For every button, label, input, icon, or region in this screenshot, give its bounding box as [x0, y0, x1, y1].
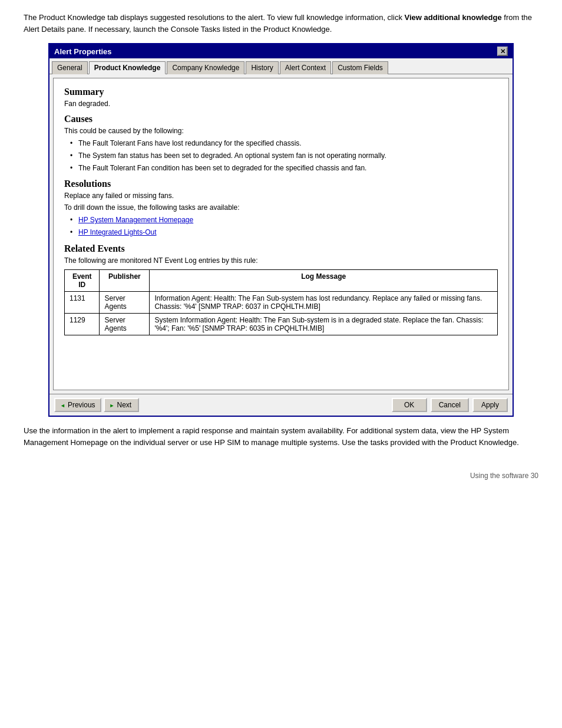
- publisher-2: Server Agents: [100, 313, 150, 335]
- resolution-link-1[interactable]: HP System Management Homepage: [70, 215, 498, 225]
- related-events-table: Event ID Publisher Log Message 1131 Serv…: [64, 269, 498, 335]
- intro-bold: View additional knowledge: [405, 13, 502, 22]
- resolution-link-2[interactable]: HP Integrated Lights-Out: [70, 228, 498, 238]
- col-event-id: Event ID: [65, 269, 100, 291]
- intro-paragraph: The Product Knowledge tab displays sugge…: [24, 12, 538, 35]
- next-label: Next: [117, 401, 132, 409]
- resolutions-text2: To drill down the issue, the following t…: [64, 203, 498, 212]
- summary-heading: Summary: [64, 87, 498, 97]
- log-message-2: System Information Agent: Health: The Fa…: [150, 313, 498, 335]
- footer-nav-buttons: Previous Next: [54, 398, 389, 412]
- tab-custom-fields[interactable]: Custom Fields: [332, 61, 388, 74]
- page-footer: Using the software 30: [24, 472, 538, 480]
- table-header-row: Event ID Publisher Log Message: [65, 269, 498, 291]
- dialog-content-area[interactable]: Summary Fan degraded. Causes This could …: [53, 78, 509, 390]
- tab-history[interactable]: History: [246, 61, 278, 74]
- resolutions-text1: Replace any failed or missing fans.: [64, 192, 498, 200]
- tab-general[interactable]: General: [52, 61, 88, 74]
- dialog-title: Alert Properties: [54, 47, 112, 56]
- outro-paragraph: Use the information in the alert to impl…: [24, 425, 538, 448]
- next-arrow-icon: [110, 401, 115, 409]
- footer-action-buttons: OK Cancel Apply: [392, 398, 508, 412]
- dialog-titlebar: Alert Properties ✕: [49, 44, 513, 58]
- log-message-1: Information Agent: Health: The Fan Sub-s…: [150, 291, 498, 313]
- related-events-heading: Related Events: [64, 243, 498, 254]
- col-publisher: Publisher: [100, 269, 150, 291]
- cancel-button[interactable]: Cancel: [431, 398, 469, 412]
- tab-product-knowledge[interactable]: Product Knowledge: [89, 61, 166, 74]
- causes-intro: This could be caused by the following:: [64, 127, 498, 135]
- col-log-message: Log Message: [150, 269, 498, 291]
- cause-item-2: The System fan status has been set to de…: [70, 151, 498, 161]
- event-id-2: 1129: [65, 313, 100, 335]
- close-button[interactable]: ✕: [497, 47, 508, 56]
- publisher-1: Server Agents: [100, 291, 150, 313]
- previous-label: Previous: [68, 401, 95, 409]
- cause-item-1: The Fault Tolerant Fans have lost redund…: [70, 139, 498, 149]
- event-id-1: 1131: [65, 291, 100, 313]
- previous-button[interactable]: Previous: [54, 398, 101, 412]
- alert-properties-dialog: Alert Properties ✕ General Product Knowl…: [48, 43, 514, 417]
- resolutions-heading: Resolutions: [64, 179, 498, 189]
- related-events-intro: The following are monitored NT Event Log…: [64, 256, 498, 265]
- dialog-footer: Previous Next OK Cancel Apply: [49, 394, 513, 416]
- next-button[interactable]: Next: [104, 398, 139, 412]
- table-row: 1129 Server Agents System Information Ag…: [65, 313, 498, 335]
- causes-heading: Causes: [64, 114, 498, 124]
- ok-button[interactable]: OK: [392, 398, 427, 412]
- tab-company-knowledge[interactable]: Company Knowledge: [167, 61, 244, 74]
- table-row: 1131 Server Agents Information Agent: He…: [65, 291, 498, 313]
- previous-arrow-icon: [60, 401, 65, 409]
- resolutions-links-list: HP System Management Homepage HP Integra…: [64, 215, 498, 238]
- summary-text: Fan degraded.: [64, 100, 498, 108]
- intro-text1: The Product Knowledge tab displays sugge…: [24, 13, 405, 22]
- cause-item-3: The Fault Tolerant Fan condition has bee…: [70, 163, 498, 173]
- causes-list: The Fault Tolerant Fans have lost redund…: [64, 139, 498, 173]
- tabs-bar: General Product Knowledge Company Knowle…: [49, 58, 513, 74]
- page-number: Using the software 30: [470, 472, 538, 480]
- apply-button[interactable]: Apply: [472, 398, 508, 412]
- tab-alert-context[interactable]: Alert Context: [280, 61, 331, 74]
